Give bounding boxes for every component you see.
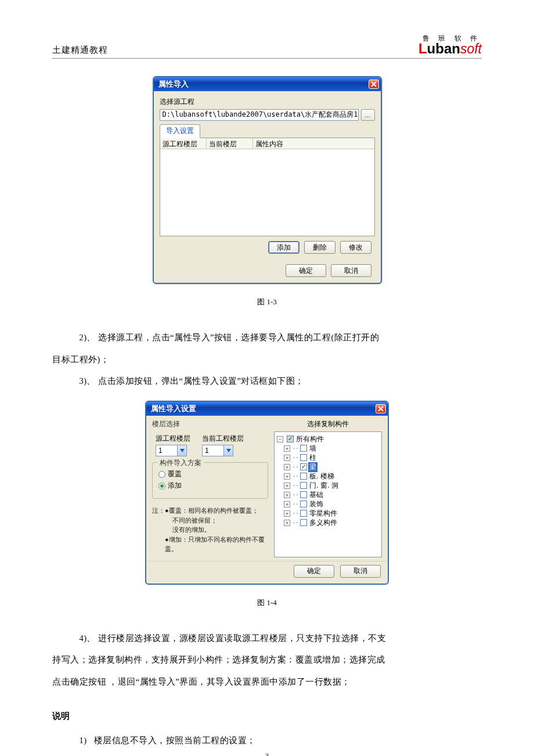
source-floor-combo[interactable]: 1 <box>156 445 187 456</box>
grid-col-current-floor[interactable]: 当前楼层 <box>207 138 253 149</box>
checkbox-icon[interactable] <box>300 510 307 517</box>
browse-button[interactable]: … <box>361 109 375 121</box>
cancel-button[interactable]: 取消 <box>331 264 371 277</box>
figure-caption-1-3: 图 1-3 <box>52 297 482 307</box>
tree-item-label: 板. 楼梯 <box>308 471 335 481</box>
step-4-text-cont2: 点击确定按钮 ，退回“属性导入”界面，其导入设置界面中添加了一行数据； <box>52 677 351 686</box>
checkbox-icon[interactable] <box>300 463 307 470</box>
tree-item[interactable]: +··基础 <box>276 490 380 499</box>
import-plan-legend: 构件导入方案 <box>157 458 204 468</box>
tree-item[interactable]: +··零星构件 <box>276 509 380 518</box>
tree-item[interactable]: +··墙 <box>276 444 380 453</box>
expand-icon[interactable]: + <box>284 455 290 461</box>
ok-button[interactable]: 确定 <box>294 565 334 578</box>
tree-item[interactable]: +··多义构件 <box>276 518 380 527</box>
grid-body[interactable] <box>160 149 374 236</box>
expand-icon[interactable]: + <box>284 445 290 452</box>
step-4-text: 进行楼层选择设置，源楼层设置读取源工程楼层，只支持下拉选择，不支 <box>98 633 386 643</box>
checkbox-icon[interactable] <box>300 454 307 461</box>
chevron-down-icon[interactable] <box>223 445 233 456</box>
chevron-down-icon[interactable] <box>177 445 186 456</box>
radio-icon <box>158 471 165 478</box>
dialog-titlebar[interactable]: 属性导入 <box>154 77 381 91</box>
cancel-button[interactable]: 取消 <box>340 565 381 578</box>
current-floor-combo[interactable]: 1 <box>202 445 233 456</box>
figure-caption-1-4: 图 1-4 <box>52 597 482 608</box>
tab-import-settings[interactable]: 导入设置 <box>160 124 200 138</box>
close-button[interactable] <box>376 404 386 413</box>
step-3-text: 点击添加按钮，弹出“属性导入设置”对话框如下图； <box>98 376 304 386</box>
source-path-input[interactable]: D:\lubansoft\lubande2007\userdata\水产配套商品… <box>160 109 359 121</box>
expand-icon[interactable]: + <box>284 501 290 507</box>
import-settings-grid[interactable]: 源工程楼层 当前楼层 属性内容 <box>160 138 375 236</box>
add-button[interactable]: 添加 <box>268 241 300 254</box>
import-plan-fieldset: 构件导入方案 覆盖 添加 <box>152 462 268 499</box>
tree-item-label: 基础 <box>308 490 324 500</box>
step-2-text: 选择源工程，点击“属性导入”按钮，选择要导入属性的工程(除正打开的 <box>98 333 379 342</box>
ok-button[interactable]: 确定 <box>286 264 326 277</box>
radio-overwrite-label: 覆盖 <box>168 469 182 479</box>
radio-add-label: 添加 <box>168 481 182 491</box>
expand-icon[interactable]: + <box>284 492 290 498</box>
grid-header: 源工程楼层 当前楼层 属性内容 <box>160 138 374 149</box>
note-1-number: 1) <box>79 736 86 745</box>
checkbox-icon[interactable] <box>300 473 307 480</box>
page-header: 土建精通教程 鲁 班 软 件 Lubansoft <box>52 35 482 59</box>
copy-components-label: 选择复制构件 <box>274 419 382 429</box>
expand-icon[interactable]: + <box>284 464 290 470</box>
tree-item[interactable]: +··门. 窗. 洞 <box>276 481 380 490</box>
close-button[interactable] <box>369 80 379 89</box>
edit-button[interactable]: 修改 <box>340 241 371 254</box>
checkbox-icon[interactable] <box>300 445 307 452</box>
radio-add[interactable]: 添加 <box>158 481 262 491</box>
checkbox-icon[interactable] <box>300 491 307 498</box>
attribute-import-dialog: 属性导入 选择源工程 D:\lubansoft\lubande2007\user… <box>153 76 382 284</box>
body-text: 2)、 选择源工程，点击“属性导入”按钮，选择要导入属性的工程(除正打开的 目标… <box>52 327 482 393</box>
plan-note: 注：●覆盖：相同名称的构件被覆盖； 不同的被保留； 没有的增加。 ●增加：只增加… <box>152 506 268 554</box>
component-tree[interactable]: − 所有构件 +··墙+··柱+··梁+··板. 楼梯+··门. 窗. 洞+··… <box>274 431 382 557</box>
dialog2-title: 属性导入设置 <box>151 404 196 414</box>
source-project-label: 选择源工程 <box>160 97 375 107</box>
note-1-text: 楼层信息不导入，按照当前工程的设置； <box>94 736 256 745</box>
source-floor-label: 源工程楼层 <box>156 434 190 444</box>
tree-item[interactable]: +··柱 <box>276 453 380 462</box>
dialog2-titlebar[interactable]: 属性导入设置 <box>146 402 388 416</box>
current-floor-label: 当前工程楼层 <box>202 434 244 444</box>
grid-col-attribute-content[interactable]: 属性内容 <box>253 138 300 149</box>
close-icon <box>371 81 377 87</box>
step-2-text-cont: 目标工程外)； <box>52 355 109 364</box>
dialog-title: 属性导入 <box>158 79 189 89</box>
floor-select-label: 楼层选择 <box>152 419 268 429</box>
tree-item-label: 零星构件 <box>308 509 338 519</box>
expand-icon[interactable]: + <box>284 520 290 526</box>
radio-overwrite[interactable]: 覆盖 <box>158 469 262 479</box>
collapse-icon[interactable]: − <box>277 436 283 442</box>
expand-icon[interactable]: + <box>284 483 290 489</box>
tree-item-label: 多义构件 <box>308 518 338 528</box>
tree-item[interactable]: +··装饰 <box>276 499 380 509</box>
delete-button[interactable]: 删除 <box>304 241 335 254</box>
radio-icon <box>158 483 165 489</box>
tree-item[interactable]: +··梁 <box>276 462 380 471</box>
current-floor-value: 1 <box>203 445 223 456</box>
tree-item-label: 装饰 <box>308 499 324 509</box>
checkbox-icon[interactable] <box>300 482 307 489</box>
grid-col-source-floor[interactable]: 源工程楼层 <box>160 138 207 149</box>
tree-item-label: 柱 <box>308 453 317 463</box>
body-text-2: 4)、 进行楼层选择设置，源楼层设置读取源工程楼层，只支持下拉选择，不支 持写入… <box>52 628 482 693</box>
checkbox-icon[interactable] <box>300 519 307 526</box>
close-icon <box>378 406 384 412</box>
step-4-number: 4)、 <box>79 633 96 643</box>
page-title: 土建精通教程 <box>52 45 108 56</box>
brand-logo: 鲁 班 软 件 Lubansoft <box>418 35 482 56</box>
expand-icon[interactable]: + <box>284 510 290 517</box>
checkbox-icon[interactable] <box>300 501 307 507</box>
attribute-import-settings-dialog: 属性导入设置 楼层选择 源工程楼层 1 <box>145 401 389 585</box>
logo-latin: Lubansoft <box>418 42 482 56</box>
tree-item-label: 墙 <box>308 444 317 453</box>
expand-icon[interactable]: + <box>284 473 290 480</box>
page-number: 3 <box>0 751 534 756</box>
checkbox-icon[interactable] <box>287 435 294 442</box>
tree-root[interactable]: − 所有构件 <box>276 434 380 444</box>
tree-item[interactable]: +··板. 楼梯 <box>276 471 380 481</box>
